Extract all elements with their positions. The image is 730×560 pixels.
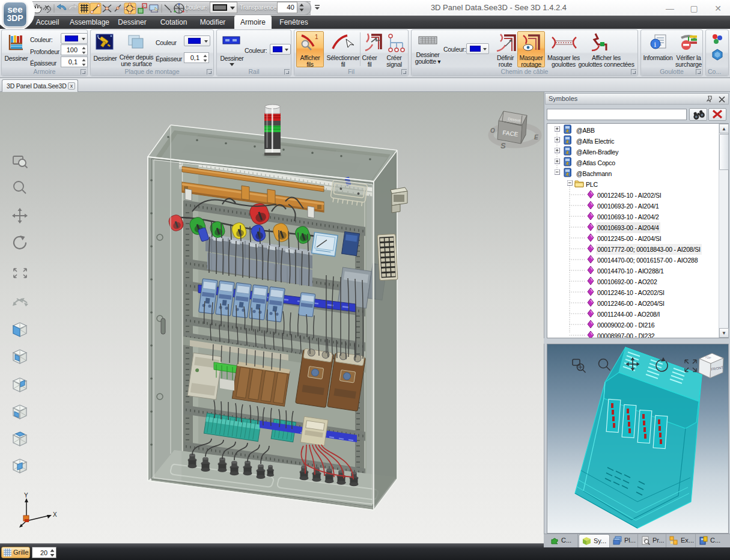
svg-text:Y: Y [24,492,28,499]
svg-text:X: X [53,511,57,518]
svg-text:S: S [500,141,506,150]
svg-text:O: O [490,127,495,134]
svg-text:i: i [654,40,657,49]
svg-text:E: E [534,134,538,141]
svg-text:1: 1 [315,34,318,40]
